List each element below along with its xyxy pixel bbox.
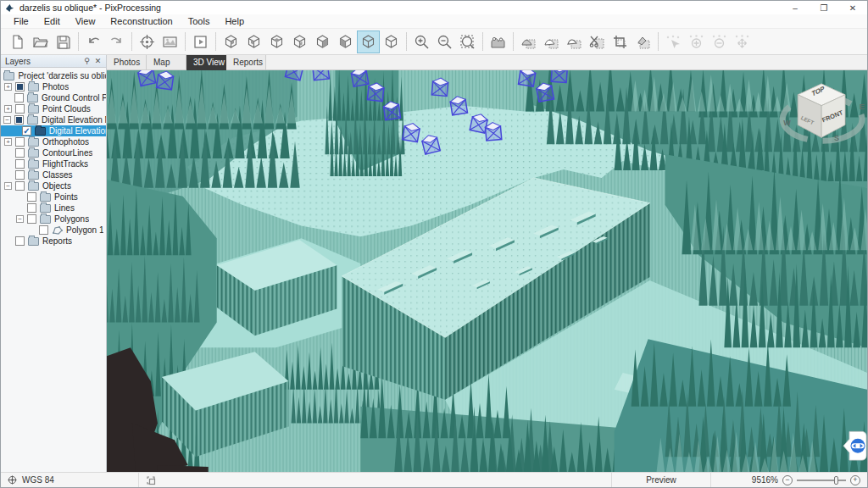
folder-icon	[28, 182, 39, 191]
checkbox[interactable]	[15, 170, 25, 180]
tree-item-flighttracks[interactable]: FlightTracks	[1, 158, 106, 169]
flatten-terrain-button[interactable]	[563, 30, 586, 53]
tree-item-orthophotos[interactable]: +Orthophotos	[1, 136, 106, 147]
cut-region-button[interactable]	[586, 30, 609, 53]
viewport-3d[interactable]: W S E TOP FRONT LEFT	[107, 70, 867, 472]
menu-tools[interactable]: Tools	[181, 15, 218, 27]
checkbox[interactable]	[15, 236, 25, 246]
tree-item-contourlines[interactable]: ContourLines	[1, 147, 106, 158]
checkbox[interactable]	[27, 203, 36, 213]
redo-button[interactable]	[105, 30, 128, 53]
view-cube-right-button[interactable]	[311, 30, 334, 53]
menu-edit[interactable]: Edit	[36, 15, 68, 27]
zoom-extents-button[interactable]	[456, 30, 479, 53]
tree-item-objects[interactable]: −Objects	[1, 180, 106, 191]
checkbox[interactable]	[15, 159, 25, 169]
tree-item-digital-elevation-maps[interactable]: −Digital Elevation Maps	[1, 114, 106, 125]
pin-panel-icon[interactable]: ⚲	[81, 56, 92, 66]
camera-marker[interactable]	[518, 70, 536, 86]
fill-region-button[interactable]	[632, 30, 654, 53]
tab-3d-view[interactable]: 3D View	[186, 55, 226, 70]
checkbox[interactable]	[14, 115, 24, 125]
checkbox[interactable]	[15, 104, 25, 114]
menu-reconstruction[interactable]: Reconstruction	[103, 15, 180, 27]
tree-item-ground-control-points[interactable]: Ground Control Points	[1, 92, 106, 103]
show-panel-button[interactable]	[189, 30, 212, 53]
save-project-button[interactable]	[52, 30, 75, 53]
view-cube-left-button[interactable]	[334, 30, 357, 53]
remove-vertex-button[interactable]	[708, 30, 731, 53]
camera-marker[interactable]	[312, 70, 329, 80]
view-cube-3-button[interactable]	[265, 30, 288, 53]
orthographic-view-button[interactable]	[380, 30, 403, 53]
tree-item-reports[interactable]: Reports	[1, 236, 106, 247]
gcp-marker-button[interactable]	[136, 30, 159, 53]
minimize-button[interactable]: –	[781, 1, 810, 14]
select-vertex-button[interactable]	[662, 30, 685, 53]
tab-reports[interactable]: Reports	[226, 55, 266, 70]
close-button[interactable]: ✕	[838, 1, 867, 14]
zoom-decrease-button[interactable]: −	[782, 475, 793, 485]
tree-item-photos[interactable]: +Photos	[1, 81, 106, 92]
checkbox[interactable]	[27, 214, 36, 224]
compass-south-label: S	[834, 134, 839, 142]
tree-item-point-clouds[interactable]: +Point Clouds	[1, 103, 106, 114]
view-cube-2-button[interactable]	[242, 30, 265, 53]
perspective-view-button[interactable]	[357, 30, 380, 53]
tree-item-project[interactable]: Project 'darzelis su oblique'	[1, 70, 106, 81]
checkbox[interactable]	[27, 192, 36, 202]
zoom-increase-button[interactable]: +	[850, 475, 860, 485]
globe-crosshair-icon	[8, 475, 17, 485]
tree-item-lines[interactable]: Lines	[1, 202, 106, 214]
checkbox[interactable]	[15, 148, 25, 158]
checkbox[interactable]	[39, 225, 48, 235]
tab-map[interactable]: Map	[147, 55, 186, 70]
checkbox[interactable]	[15, 181, 25, 191]
tree-item-classes[interactable]: Classes	[1, 169, 106, 180]
smooth-terrain-button[interactable]	[540, 30, 563, 53]
menu-view[interactable]: View	[68, 15, 103, 27]
camera-marker[interactable]	[137, 70, 156, 86]
tab-photos[interactable]: Photos	[107, 55, 147, 70]
crop-region-button[interactable]	[609, 30, 632, 53]
expand-icon[interactable]: +	[4, 105, 12, 113]
collapse-icon[interactable]: −	[4, 182, 12, 190]
restore-button[interactable]: ❐	[810, 1, 838, 14]
view-cube-1-button[interactable]	[220, 30, 242, 53]
folder-icon	[3, 72, 14, 80]
folder-icon	[40, 193, 51, 202]
tree-item-digital-elevation-map-1[interactable]: Digital Elevation Map 1	[1, 125, 106, 136]
zoom-out-button[interactable]	[433, 30, 456, 53]
new-file-button[interactable]	[6, 30, 29, 53]
expand-icon[interactable]: +	[4, 83, 12, 91]
menu-file[interactable]: File	[6, 15, 36, 27]
zoom-in-button[interactable]	[410, 30, 433, 53]
tree-item-polygons[interactable]: −Polygons	[1, 214, 106, 225]
undo-button[interactable]	[82, 30, 105, 53]
checkbox[interactable]	[22, 126, 31, 136]
menu-help[interactable]: Help	[217, 15, 252, 27]
zoom-slider[interactable]	[797, 475, 846, 485]
collapse-icon[interactable]: −	[16, 215, 24, 223]
tree-item-points[interactable]: Points	[1, 191, 106, 202]
move-vertex-button[interactable]	[731, 30, 754, 53]
checkbox[interactable]	[15, 82, 25, 92]
image-button[interactable]	[159, 30, 181, 53]
selection-rect-icon[interactable]	[146, 475, 156, 485]
camera-marker[interactable]	[351, 70, 369, 86]
raise-terrain-button[interactable]	[517, 30, 540, 53]
zoom-slider-handle[interactable]	[834, 476, 838, 485]
checkbox[interactable]	[14, 93, 24, 103]
toolbar-separator	[215, 32, 216, 51]
expand-icon[interactable]: +	[4, 138, 12, 146]
close-panel-icon[interactable]: ✕	[92, 56, 103, 66]
open-project-button[interactable]	[29, 30, 52, 53]
elevation-profile-button[interactable]	[487, 30, 509, 53]
camera-marker[interactable]	[551, 70, 567, 82]
wireframe-cube-icon	[383, 34, 399, 50]
checkbox[interactable]	[15, 137, 25, 147]
view-cube-4-button[interactable]	[288, 30, 311, 53]
collapse-icon[interactable]: −	[3, 116, 11, 124]
tree-item-polygon-1[interactable]: Polygon 1	[1, 225, 106, 236]
add-vertex-button[interactable]	[685, 30, 708, 53]
